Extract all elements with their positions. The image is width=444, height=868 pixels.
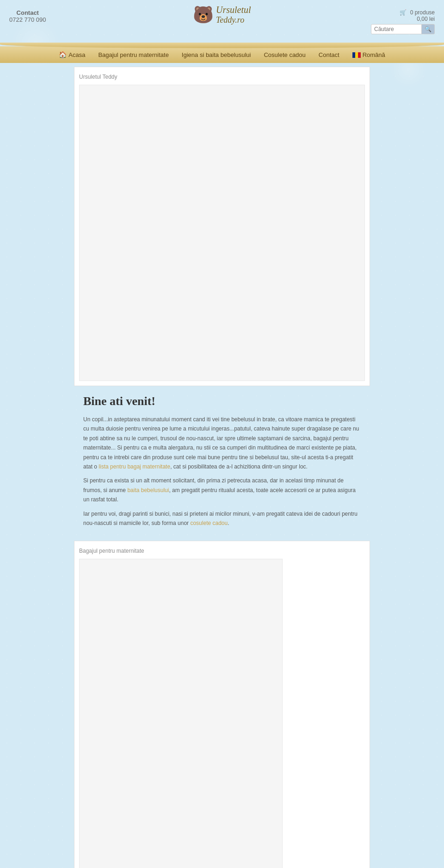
- cart-info[interactable]: 🛒 0 produse 0,00 lei: [371, 9, 435, 22]
- nav-gifts[interactable]: Cosulete cadou: [257, 51, 312, 58]
- maternitate-link[interactable]: lista pentru bagaj maternitate: [99, 463, 170, 470]
- section2-label: Bagajul pentru maternitate: [79, 546, 365, 556]
- navigation: 🏠Acasa Bagajul pentru maternitate Igiena…: [0, 46, 444, 63]
- nav-language[interactable]: Română: [346, 51, 392, 58]
- main-image: [79, 85, 365, 381]
- welcome-section: Bine ati venit! Un copil...in asteptarea…: [74, 390, 370, 537]
- search-bar: 🔍: [371, 24, 435, 34]
- nav-bag[interactable]: Bagajul pentru maternitate: [92, 51, 175, 58]
- nav-hygiene[interactable]: Igiena si baita bebelusului: [175, 51, 258, 58]
- logo-sub-text: Teddy.ro: [216, 15, 251, 25]
- cart-block: 🛒 0 produse 0,00 lei 🔍: [371, 9, 435, 34]
- contact-phone: 0722 770 090: [9, 16, 46, 23]
- home-icon: 🏠: [59, 51, 67, 58]
- bear-icon: 🐻: [193, 5, 214, 25]
- cosulete-link[interactable]: cosulete cadou: [190, 520, 228, 526]
- welcome-paragraph1: Un copil...in asteptarea minunatului mom…: [83, 415, 361, 471]
- search-input[interactable]: [371, 24, 422, 34]
- content-label: Ursuletul Teddy: [79, 72, 365, 82]
- welcome-title: Bine ati venit!: [83, 394, 361, 408]
- cart-icon: 🛒: [400, 9, 407, 16]
- welcome-paragraph2: Si pentru ca exista si un alt moment sol…: [83, 476, 361, 504]
- logo-main-text: Ursuletul: [216, 5, 251, 15]
- logo: 🐻 Ursuletul Teddy.ro: [193, 5, 251, 25]
- cart-items: 0 produse: [410, 9, 435, 16]
- contact-label: Contact: [9, 9, 46, 16]
- second-content-area: Bagajul pentru maternitate: [74, 541, 370, 868]
- second-image: [79, 559, 283, 868]
- baita-link[interactable]: baita bebelusului: [127, 487, 169, 493]
- contact-block: Contact 0722 770 090: [9, 9, 46, 23]
- flag-icon: [352, 52, 361, 58]
- nav-contact[interactable]: Contact: [312, 51, 346, 58]
- cart-price: 0,00 lei: [417, 16, 435, 22]
- main-content-area: Ursuletul Teddy: [74, 67, 370, 386]
- welcome-paragraph3: Iar pentru voi, dragi parinti si bunici,…: [83, 509, 361, 528]
- search-button[interactable]: 🔍: [422, 24, 435, 34]
- nav-home[interactable]: 🏠Acasa: [52, 51, 92, 58]
